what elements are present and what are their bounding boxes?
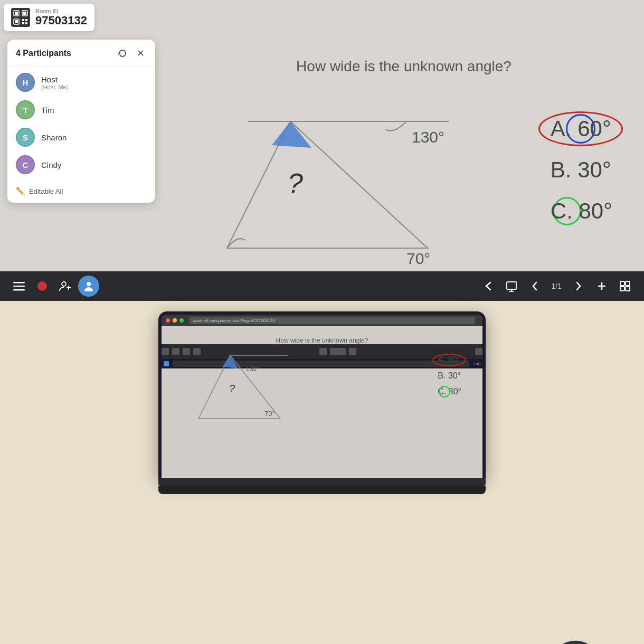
- svg-rect-18: [13, 289, 25, 291]
- room-id-text: Room ID 97503132: [35, 8, 87, 27]
- list-item: C Cindy: [7, 151, 155, 178]
- svg-text:?: ?: [288, 168, 303, 198]
- laptop-toolbar-item: [475, 348, 482, 355]
- participant-name: Tim: [41, 106, 54, 115]
- svg-text:70°: 70°: [264, 410, 275, 418]
- list-item: S Sharon: [7, 124, 155, 151]
- answer-c-circle: C. 80°: [551, 198, 612, 224]
- question-text: How wide is the unknown angle?: [164, 58, 644, 75]
- svg-text:130°: 130°: [246, 365, 259, 373]
- answer-a-circle: A. 60°: [551, 116, 611, 141]
- browser-url-bar[interactable]: zzwrite6.benq.com/main/#/login/C97503132: [190, 317, 475, 324]
- back-button[interactable]: [478, 276, 499, 297]
- prev-page-button[interactable]: [524, 276, 545, 297]
- browser-url-text: zzwrite6.benq.com/main/#/login/C97503132: [193, 318, 275, 323]
- laptop-toolbar-item: [349, 348, 356, 355]
- next-page-button[interactable]: [568, 276, 589, 297]
- svg-rect-7: [25, 19, 27, 21]
- whiteboard-button[interactable]: [501, 276, 522, 297]
- svg-rect-17: [13, 286, 25, 287]
- laptop-toolbar-item: [172, 348, 179, 355]
- room-id-number: 97503132: [35, 14, 87, 27]
- participants-panel: 4 Participants ✕ H Host (Host, Me) T Tim…: [7, 40, 155, 203]
- laptop-answer-a: A. 60°: [438, 355, 461, 365]
- laptop-toolbar-item: [319, 348, 327, 355]
- svg-rect-1: [15, 12, 18, 15]
- user-active-button[interactable]: [78, 276, 99, 297]
- browser-min-dot: [173, 318, 177, 323]
- laptop-green-oval: [439, 386, 450, 397]
- browser-bar: zzwrite6.benq.com/main/#/login/C97503132: [162, 315, 482, 326]
- taskbar-clock: 3:40: [473, 362, 480, 366]
- editable-label: Editable All: [29, 187, 63, 195]
- triangle-diagram: ? 130° 70°: [185, 90, 475, 290]
- svg-rect-5: [15, 20, 18, 23]
- avatar: H: [16, 73, 35, 92]
- question-area: How wide is the unknown angle? ? 130° 70…: [164, 42, 644, 269]
- svg-rect-3: [23, 12, 26, 15]
- answers-panel: A. 60° B. 30° C. 80°: [551, 116, 612, 224]
- svg-rect-32: [626, 287, 630, 291]
- svg-text:130°: 130°: [412, 128, 444, 146]
- laptop-triangle: ? 130° 70°: [183, 345, 299, 437]
- list-item: T Tim: [7, 96, 155, 124]
- taskbar-start: [164, 361, 169, 366]
- laptop-page-indicator: [330, 348, 346, 355]
- svg-rect-6: [22, 19, 24, 21]
- whiteboard: Room ID 97503132 4 Participants ✕ H Host…: [0, 0, 644, 301]
- laptop-red-oval: [432, 354, 466, 366]
- svg-point-20: [62, 282, 66, 286]
- svg-text:70°: 70°: [406, 250, 430, 267]
- svg-point-19: [37, 281, 47, 291]
- participants-header: 4 Participants ✕: [7, 40, 155, 65]
- qr-icon: [11, 8, 30, 27]
- answer-c: C. 80°: [551, 198, 612, 224]
- list-item: H Host (Host, Me): [7, 69, 155, 96]
- wifi-icon-container: [549, 633, 602, 644]
- laptop-base: [158, 478, 486, 486]
- toolbar-bottom: 1/1: [0, 271, 644, 301]
- svg-text:?: ?: [229, 383, 235, 394]
- page-indicator: 1/1: [547, 282, 566, 290]
- participant-name: Sharon: [41, 133, 67, 142]
- avatar: T: [16, 100, 35, 119]
- toolbar-left: [0, 276, 108, 297]
- toolbar-right: 1/1: [469, 276, 644, 297]
- participants-count: 4 Participants: [16, 49, 117, 58]
- answer-a: A. 60°: [551, 116, 612, 141]
- add-page-button[interactable]: [591, 276, 612, 297]
- editable-footer: ✏️ Editable All: [7, 182, 155, 196]
- laptop-answer-b: B. 30°: [438, 371, 461, 381]
- participant-list: H Host (Host, Me) T Tim S Sharon C Cindy: [7, 65, 155, 182]
- svg-rect-8: [22, 22, 24, 24]
- svg-rect-29: [620, 281, 624, 286]
- laptop-screen-outer: zzwrite6.benq.com/main/#/login/C97503132…: [158, 311, 486, 478]
- browser-close-dot: [166, 318, 170, 323]
- add-participant-button[interactable]: [55, 276, 76, 297]
- participant-name: Host: [41, 75, 68, 84]
- record-button[interactable]: [32, 276, 53, 297]
- laptop-stand: [158, 486, 486, 494]
- answer-b-text: B. 30°: [551, 157, 611, 183]
- svg-rect-30: [626, 281, 630, 286]
- laptop-toolbar-item: [162, 348, 169, 355]
- menu-button[interactable]: [8, 276, 30, 297]
- refresh-icon[interactable]: [117, 48, 128, 59]
- participant-info: Host (Host, Me): [41, 75, 68, 90]
- browser-max-dot: [179, 318, 184, 323]
- participant-name: Cindy: [41, 160, 61, 169]
- answer-b: B. 30°: [551, 157, 612, 183]
- edit-icon: ✏️: [16, 187, 25, 195]
- svg-rect-31: [620, 287, 624, 291]
- laptop-section: zzwrite6.benq.com/main/#/login/C97503132…: [0, 301, 644, 644]
- room-id-panel: Room ID 97503132: [4, 4, 94, 31]
- laptop: zzwrite6.benq.com/main/#/login/C97503132…: [158, 311, 486, 494]
- close-button[interactable]: ✕: [134, 47, 147, 60]
- svg-rect-16: [13, 282, 25, 283]
- svg-rect-9: [25, 22, 27, 24]
- avatar: S: [16, 128, 35, 147]
- laptop-content: How wide is the unknown angle? ? 130° 70…: [162, 326, 482, 477]
- grid-view-button[interactable]: [614, 276, 636, 297]
- svg-marker-33: [198, 355, 280, 419]
- svg-marker-11: [227, 121, 428, 248]
